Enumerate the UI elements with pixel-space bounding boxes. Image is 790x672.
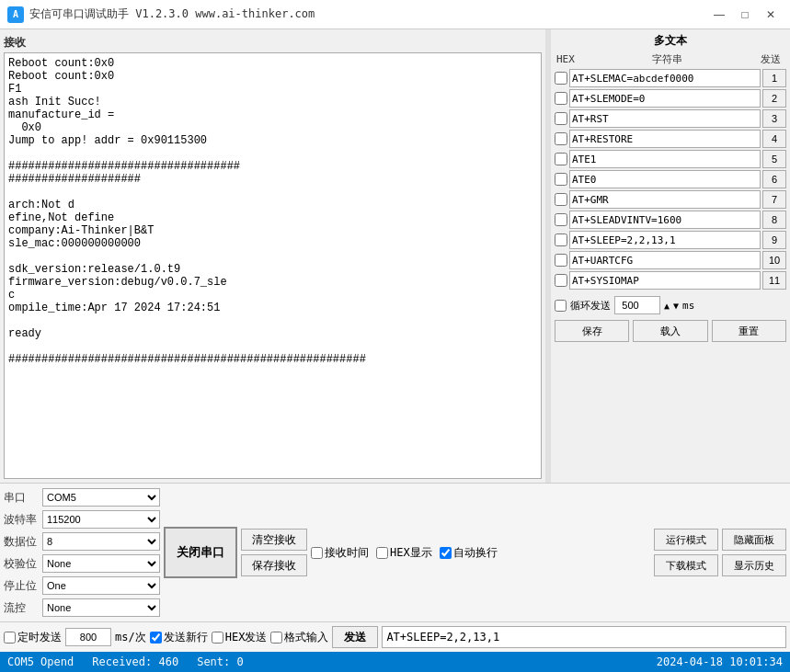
multi-text-title: 多文本 [555, 33, 786, 49]
multi-row-input-1[interactable] [569, 69, 761, 87]
hex-display-checkbox[interactable] [376, 547, 388, 559]
logo-text: A [13, 9, 18, 19]
receive-time-checkbox[interactable] [311, 547, 323, 559]
save-receive-button[interactable]: 保存接收 [241, 554, 307, 576]
app-logo: A [7, 6, 24, 23]
load-multi-button[interactable]: 载入 [633, 320, 707, 342]
multi-row-input-10[interactable] [569, 251, 761, 269]
auto-newline-checkbox[interactable] [440, 547, 452, 559]
loop-interval-input[interactable] [614, 296, 660, 314]
receive-textarea[interactable] [4, 52, 542, 479]
multi-row-send-btn-3[interactable]: 3 [762, 109, 786, 128]
loop-spin-up[interactable]: ▲ [664, 301, 670, 311]
multi-row-send-btn-5[interactable]: 5 [762, 150, 786, 168]
multi-row-input-9[interactable] [569, 231, 761, 249]
hex-send-label: HEX发送 [225, 630, 268, 645]
status-sent: Sent: 0 [197, 655, 244, 668]
send-button[interactable]: 发送 [332, 626, 378, 648]
multi-row-send-btn-11[interactable]: 11 [762, 271, 786, 290]
clear-save-area: 清空接收 保存接收 [241, 487, 307, 618]
baud-select[interactable]: 115200 [42, 510, 160, 529]
hex-col-header: HEX [556, 53, 577, 65]
multi-row-checkbox-4[interactable] [555, 132, 567, 145]
close-button[interactable]: ✕ [759, 6, 783, 24]
loop-send-checkbox-row: 循环发送 [555, 299, 611, 313]
save-multi-button[interactable]: 保存 [555, 320, 629, 342]
multi-row-input-11[interactable] [569, 271, 761, 290]
send-input[interactable] [382, 626, 786, 648]
serial-btn-area: 关闭串口 [164, 487, 237, 618]
multi-row-send-btn-4[interactable]: 4 [762, 130, 786, 148]
multi-row-send-btn-9[interactable]: 9 [762, 231, 786, 249]
status-port: COM5 Opend [7, 655, 74, 668]
multi-text-row-3: 3 [555, 108, 786, 129]
download-mode-button[interactable]: 下载模式 [654, 554, 718, 576]
multi-row-input-4[interactable] [569, 130, 761, 148]
show-history-button[interactable]: 显示历史 [722, 554, 786, 576]
multi-row-send-btn-10[interactable]: 10 [762, 251, 786, 269]
flow-select[interactable]: None [42, 598, 160, 617]
multi-row-checkbox-7[interactable] [555, 193, 567, 206]
multi-row-checkbox-9[interactable] [555, 233, 567, 246]
reset-multi-button[interactable]: 重置 [712, 320, 786, 342]
stop-setting-row: 停止位 One [4, 575, 160, 596]
multi-row-input-3[interactable] [569, 109, 761, 128]
loop-spin-down[interactable]: ▼ [673, 301, 679, 311]
send-row: 定时发送 ms/次 发送新行 HEX发送 格式输入 发送 [0, 621, 790, 652]
stop-select[interactable]: One [42, 576, 160, 595]
multi-row-checkbox-2[interactable] [555, 92, 567, 105]
receive-time-option: 接收时间 [311, 545, 369, 561]
multi-text-row-7: 7 [555, 189, 786, 210]
open-serial-button[interactable]: 关闭串口 [164, 527, 237, 578]
data-label: 数据位 [4, 534, 39, 550]
window-controls: — □ ✕ [707, 6, 783, 24]
multi-text-row-11: 11 [555, 270, 786, 290]
title-bar: A 安信可串口调试助手 V1.2.3.0 www.ai-thinker.com … [0, 0, 790, 29]
maximize-button[interactable]: □ [733, 6, 757, 24]
serial-select[interactable]: COM5 [42, 488, 160, 507]
loop-send-checkbox[interactable] [555, 300, 567, 312]
multi-text-row-6: 6 [555, 169, 786, 189]
format-input-checkbox[interactable] [270, 632, 282, 644]
multi-row-checkbox-1[interactable] [555, 72, 567, 85]
controls-row: 串口 COM5 波特率 115200 数据位 8 校验位 No [0, 484, 790, 621]
receive-time-label: 接收时间 [325, 545, 369, 561]
multi-row-checkbox-5[interactable] [555, 153, 567, 165]
loop-ms-label: ms [682, 300, 694, 312]
parity-label: 校验位 [4, 556, 39, 572]
hex-display-label: HEX显示 [390, 545, 432, 561]
multi-row-send-btn-2[interactable]: 2 [762, 89, 786, 108]
str-col-header: 字符串 [577, 52, 757, 66]
multi-text-header: 多文本 [555, 33, 786, 49]
timed-send-checkbox[interactable] [4, 632, 16, 644]
multi-row-input-6[interactable] [569, 170, 761, 188]
multi-row-input-2[interactable] [569, 89, 761, 108]
multi-row-send-btn-7[interactable]: 7 [762, 190, 786, 209]
multi-row-checkbox-3[interactable] [555, 112, 567, 125]
parity-setting-row: 校验位 None [4, 553, 160, 574]
loop-send-label: 循环发送 [570, 299, 611, 313]
multi-row-input-8[interactable] [569, 211, 761, 229]
multi-row-checkbox-11[interactable] [555, 274, 567, 287]
clear-receive-button[interactable]: 清空接收 [241, 529, 307, 551]
minimize-button[interactable]: — [707, 6, 731, 24]
serial-setting-row: 串口 COM5 [4, 487, 160, 507]
multi-row-send-btn-6[interactable]: 6 [762, 170, 786, 188]
hide-panel-button[interactable]: 隐藏面板 [722, 529, 786, 551]
multi-row-checkbox-6[interactable] [555, 173, 567, 186]
hex-send-checkbox[interactable] [212, 632, 223, 644]
multi-row-input-5[interactable] [569, 150, 761, 168]
format-input-label: 格式输入 [284, 630, 328, 645]
multi-row-checkbox-8[interactable] [555, 213, 567, 226]
multi-row-input-7[interactable] [569, 190, 761, 209]
multi-row-send-btn-1[interactable]: 1 [762, 69, 786, 87]
mode-buttons: 运行模式 下载模式 [654, 487, 718, 618]
parity-select[interactable]: None [42, 554, 160, 573]
multi-row-checkbox-10[interactable] [555, 254, 567, 267]
data-select[interactable]: 8 [42, 532, 160, 551]
run-mode-button[interactable]: 运行模式 [654, 529, 718, 551]
multi-rows-container: 1234567891011 [555, 68, 786, 290]
timed-send-input[interactable] [65, 628, 111, 646]
send-newline-checkbox[interactable] [150, 632, 162, 644]
multi-row-send-btn-8[interactable]: 8 [762, 211, 786, 229]
